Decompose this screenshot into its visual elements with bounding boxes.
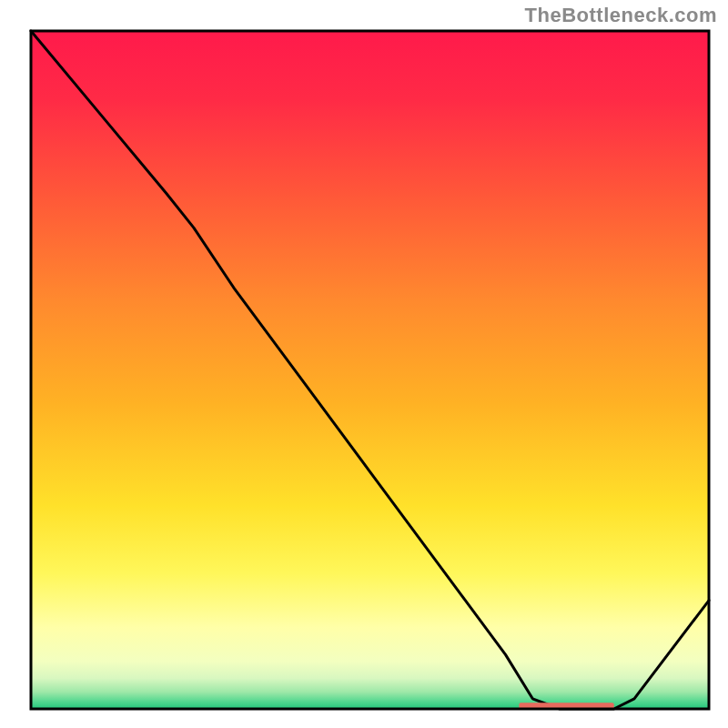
chart-frame: TheBottleneck.com — [0, 0, 728, 728]
bottleneck-chart — [0, 0, 728, 728]
plot-background — [31, 31, 709, 709]
